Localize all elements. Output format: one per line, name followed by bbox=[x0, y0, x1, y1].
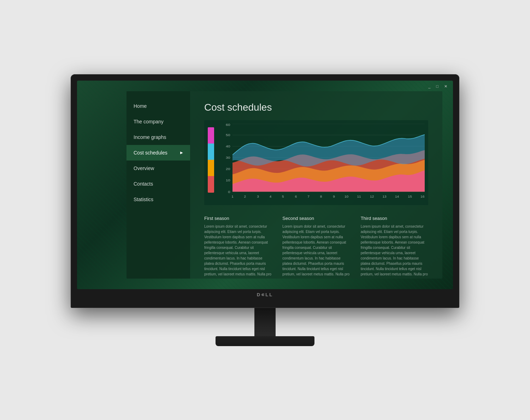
svg-text:1: 1 bbox=[231, 194, 234, 198]
nav-label-home: Home bbox=[134, 103, 147, 109]
close-button[interactable]: ✕ bbox=[443, 83, 449, 89]
sidebar-item-contacts[interactable]: Contacts bbox=[126, 176, 190, 192]
sidebar-item-home[interactable]: Home bbox=[126, 98, 190, 114]
nav-label-the-company: The company bbox=[134, 119, 164, 124]
svg-text:4: 4 bbox=[270, 194, 272, 198]
sidebar: Home The company Income graphs Cost sche… bbox=[126, 91, 190, 279]
season-text-first: Lorem ipsum dolor sit amet, consectetur … bbox=[204, 224, 272, 277]
svg-text:16: 16 bbox=[420, 194, 424, 198]
svg-text:7: 7 bbox=[307, 194, 310, 198]
main-content: Cost schedules bbox=[190, 91, 442, 279]
sidebar-item-statistics[interactable]: Statistics bbox=[126, 192, 190, 207]
svg-text:14: 14 bbox=[395, 194, 399, 198]
monitor-screen: _ □ ✕ Home The company Income graphs bbox=[77, 81, 453, 289]
svg-text:9: 9 bbox=[333, 194, 335, 198]
season-block-second: Second season Lorem ipsum dolor sit amet… bbox=[282, 216, 350, 277]
svg-text:12: 12 bbox=[370, 194, 374, 198]
page-title: Cost schedules bbox=[204, 102, 428, 113]
season-text-third: Lorem ipsum dolor sit amet, consectetur … bbox=[361, 224, 428, 277]
nav-arrow-icon: ▶ bbox=[180, 151, 183, 154]
chart-container: 0 10 20 30 40 50 60 bbox=[204, 120, 428, 205]
monitor-bezel: _ □ ✕ Home The company Income graphs bbox=[71, 74, 459, 308]
nav-label-statistics: Statistics bbox=[134, 197, 153, 202]
nav-label-cost-schedules: Cost schedules bbox=[134, 150, 167, 156]
monitor-base bbox=[216, 336, 314, 346]
seasons-grid: First season Lorem ipsum dolor sit amet,… bbox=[204, 216, 428, 277]
dell-logo: D∊LL bbox=[77, 292, 453, 297]
sidebar-item-the-company[interactable]: The company bbox=[126, 114, 190, 129]
window-controls: _ □ ✕ bbox=[427, 83, 449, 89]
svg-text:13: 13 bbox=[383, 194, 387, 198]
season-title-first: First season bbox=[204, 216, 272, 221]
svg-text:30: 30 bbox=[226, 155, 230, 159]
season-block-third: Third season Lorem ipsum dolor sit amet,… bbox=[361, 216, 428, 277]
svg-text:60: 60 bbox=[226, 124, 230, 126]
svg-text:50: 50 bbox=[226, 133, 230, 136]
svg-text:0: 0 bbox=[228, 189, 230, 193]
nav-label-overview: Overview bbox=[134, 165, 154, 171]
sidebar-item-income-graphs[interactable]: Income graphs bbox=[126, 129, 190, 145]
season-title-third: Third season bbox=[361, 216, 428, 221]
nav-label-contacts: Contacts bbox=[134, 181, 153, 187]
svg-text:6: 6 bbox=[295, 194, 297, 198]
monitor-neck bbox=[254, 308, 276, 336]
svg-text:20: 20 bbox=[226, 167, 230, 170]
season-text-second: Lorem ipsum dolor sit amet, consectetur … bbox=[282, 224, 350, 277]
svg-text:5: 5 bbox=[282, 194, 284, 198]
season-block-first: First season Lorem ipsum dolor sit amet,… bbox=[204, 216, 272, 277]
app-window: Home The company Income graphs Cost sche… bbox=[126, 91, 442, 279]
svg-text:10: 10 bbox=[226, 178, 230, 182]
sidebar-item-cost-schedules[interactable]: Cost schedules ▶ bbox=[126, 145, 190, 161]
svg-text:40: 40 bbox=[226, 144, 230, 148]
chart-area: 0 10 20 30 40 50 60 bbox=[208, 124, 425, 202]
svg-text:15: 15 bbox=[408, 194, 412, 198]
season-title-second: Second season bbox=[282, 216, 350, 221]
minimize-button[interactable]: _ bbox=[427, 83, 432, 89]
svg-text:2: 2 bbox=[244, 194, 246, 198]
svg-text:3: 3 bbox=[257, 194, 259, 198]
sidebar-item-overview[interactable]: Overview bbox=[126, 161, 190, 176]
svg-text:11: 11 bbox=[357, 194, 361, 198]
monitor-wrapper: _ □ ✕ Home The company Income graphs bbox=[71, 74, 459, 346]
svg-text:10: 10 bbox=[344, 194, 348, 198]
chart-svg-wrapper: 0 10 20 30 40 50 60 bbox=[219, 124, 425, 202]
nav-label-income-graphs: Income graphs bbox=[134, 134, 166, 140]
svg-text:8: 8 bbox=[320, 194, 322, 198]
maximize-button[interactable]: □ bbox=[435, 83, 440, 89]
y-axis-strip bbox=[208, 124, 218, 202]
